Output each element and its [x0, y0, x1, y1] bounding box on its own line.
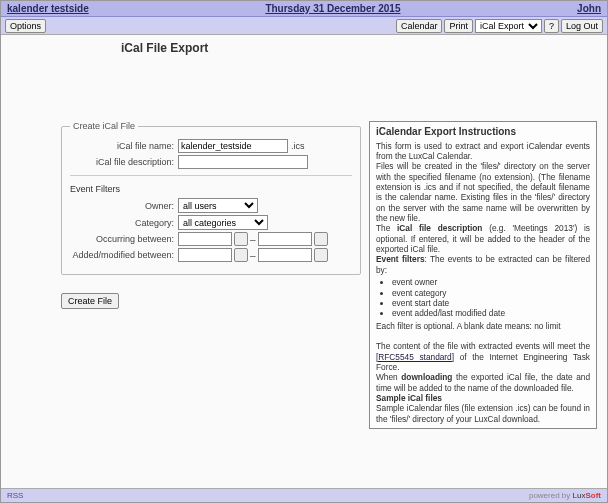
instructions-box: iCalendar Export Instructions This form … [369, 121, 597, 429]
help-button[interactable]: ? [544, 19, 559, 33]
create-ical-fieldset: Create iCal File iCal file name: .ics iC… [61, 121, 361, 275]
dash-separator: – [250, 250, 256, 261]
file-name-label: iCal file name: [70, 141, 178, 151]
form-column: Create iCal File iCal file name: .ics iC… [61, 121, 361, 429]
owner-select[interactable]: all users [178, 198, 258, 213]
occurring-from-input[interactable] [178, 232, 232, 246]
modified-label: Added/modified between: [70, 250, 178, 260]
file-desc-label: iCal file description: [70, 157, 178, 167]
logout-button[interactable]: Log Out [561, 19, 603, 33]
category-select[interactable]: all categories [178, 215, 268, 230]
app-name-link[interactable]: kalender testside [7, 3, 89, 14]
instructions-column: iCalendar Export Instructions This form … [369, 121, 597, 429]
owner-label: Owner: [70, 201, 178, 211]
page-title: iCal File Export [1, 35, 607, 59]
instructions-text: This form is used to extract and export … [376, 141, 590, 425]
date-picker-icon[interactable] [314, 248, 328, 262]
rfc5545-link[interactable]: [RFC5545 standard] [376, 352, 454, 362]
event-filters-heading: Event Filters [70, 184, 352, 194]
options-button[interactable]: Options [5, 19, 46, 33]
date-picker-icon[interactable] [314, 232, 328, 246]
date-picker-icon[interactable] [234, 248, 248, 262]
create-file-button[interactable]: Create File [61, 293, 119, 309]
instructions-title: iCalendar Export Instructions [376, 126, 590, 139]
file-ext-label: .ics [288, 141, 305, 151]
filter-bullet-list: event owner event category event start d… [392, 277, 590, 318]
file-name-input[interactable] [178, 139, 288, 153]
file-desc-input[interactable] [178, 155, 308, 169]
print-button[interactable]: Print [444, 19, 473, 33]
app-frame: kalender testside Thursday 31 December 2… [0, 0, 608, 503]
rss-link[interactable]: RSS [7, 491, 23, 500]
occurring-to-input[interactable] [258, 232, 312, 246]
calendar-button[interactable]: Calendar [396, 19, 443, 33]
content-area: Create iCal File iCal file name: .ics iC… [61, 121, 597, 429]
user-link[interactable]: John [577, 3, 601, 14]
date-picker-icon[interactable] [234, 232, 248, 246]
toolbar: Options Calendar Print iCal Export ? Log… [1, 17, 607, 35]
view-select[interactable]: iCal Export [475, 19, 542, 33]
footer-bar: RSS powered by LuxSoft [1, 488, 607, 502]
powered-by[interactable]: powered by LuxSoft [529, 491, 601, 500]
occurring-label: Occurring between: [70, 234, 178, 244]
title-bar: kalender testside Thursday 31 December 2… [1, 1, 607, 17]
modified-from-input[interactable] [178, 248, 232, 262]
modified-to-input[interactable] [258, 248, 312, 262]
fieldset-legend: Create iCal File [70, 121, 138, 131]
separator [70, 175, 352, 176]
current-date: Thursday 31 December 2015 [265, 3, 400, 14]
category-label: Category: [70, 218, 178, 228]
dash-separator: – [250, 234, 256, 245]
